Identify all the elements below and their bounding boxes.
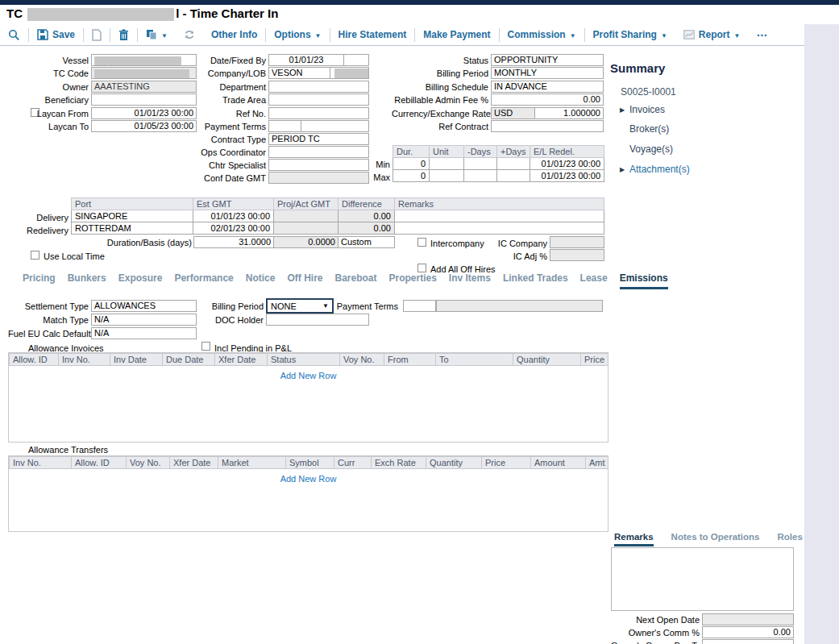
- xfer-col-allow-id: Allow. ID: [72, 456, 127, 469]
- tc-code-label: TC Code: [16, 69, 89, 78]
- summary-attachments-link[interactable]: Attachment(s): [629, 164, 690, 175]
- billing-schedule-field[interactable]: IN ADVANCE: [491, 81, 604, 93]
- other-info-button[interactable]: Other Info: [203, 27, 265, 43]
- remarks-textarea[interactable]: [611, 547, 794, 611]
- ref-no-field[interactable]: [268, 107, 369, 119]
- tab-performance[interactable]: Performance: [174, 272, 233, 289]
- date-fixed-by-field[interactable]: 01/01/23: [268, 54, 344, 66]
- max-el-redel-field[interactable]: 01/01/23 00:00: [530, 170, 604, 182]
- options-menu-button[interactable]: Options▼: [266, 27, 329, 43]
- redelivery-est-gmt-field[interactable]: 02/01/23 00:00: [193, 222, 274, 235]
- lob-field[interactable]: [330, 67, 369, 79]
- expand-triangle-icon[interactable]: ▶: [620, 166, 625, 173]
- report-label: Report: [699, 29, 730, 40]
- summary-voyages-link[interactable]: Voyage(s): [629, 143, 673, 155]
- profit-sharing-menu-button[interactable]: Profit Sharing▼: [585, 27, 675, 43]
- tab-linked-trades[interactable]: Linked Trades: [503, 272, 568, 289]
- status-field[interactable]: OPPORTUNITY: [491, 54, 604, 66]
- summary-brokers-link[interactable]: Broker(s): [629, 123, 669, 135]
- department-field[interactable]: [268, 81, 369, 93]
- beneficiary-label: Beneficiary: [16, 95, 89, 105]
- duration-field[interactable]: 31.0000: [193, 236, 274, 248]
- min-unit-field[interactable]: [430, 158, 464, 170]
- max-dur-field[interactable]: 0: [393, 170, 430, 182]
- fixed-by-field[interactable]: [343, 54, 369, 66]
- doc-holder-field[interactable]: [266, 314, 369, 326]
- rebillable-admin-fee-field[interactable]: 0.00: [491, 93, 604, 106]
- copy-menu-button[interactable]: ▼: [138, 27, 176, 43]
- min-minus-days-field[interactable]: [464, 158, 497, 170]
- tab-inv-items[interactable]: Inv Items: [449, 272, 491, 289]
- trade-area-field[interactable]: [268, 93, 369, 106]
- laycan-to-field[interactable]: 01/05/23 00:00: [91, 120, 197, 132]
- min-dur-field[interactable]: 0: [393, 158, 430, 170]
- owners-comm-field[interactable]: 0.00: [702, 626, 794, 638]
- tab-exposure[interactable]: Exposure: [118, 272, 163, 289]
- use-local-time-checkbox[interactable]: [31, 251, 39, 260]
- ops-coordinator-field[interactable]: [268, 146, 369, 158]
- tab-roles[interactable]: Roles: [778, 532, 803, 546]
- search-button[interactable]: [0, 27, 28, 43]
- tab-pricing[interactable]: Pricing: [23, 272, 56, 289]
- incl-pending-pl-checkbox[interactable]: [201, 342, 210, 351]
- emissions-payment-terms-code-field[interactable]: [403, 300, 436, 312]
- match-type-field[interactable]: N/A: [91, 314, 197, 326]
- delete-button[interactable]: [110, 27, 137, 43]
- ref-contract-field[interactable]: [491, 120, 604, 132]
- tab-bunkers[interactable]: Bunkers: [68, 272, 106, 289]
- min-el-redel-field[interactable]: 01/01/23 00:00: [530, 158, 604, 170]
- billing-period-field[interactable]: MONTHLY: [491, 67, 604, 79]
- tab-lease[interactable]: Lease: [580, 272, 608, 289]
- payment-terms-code-field[interactable]: [268, 120, 301, 132]
- basis-field[interactable]: Custom: [338, 236, 395, 248]
- report-menu-button[interactable]: Report▼: [675, 27, 749, 43]
- more-actions-button[interactable]: ⋯: [748, 27, 775, 43]
- payment-terms-desc-field[interactable]: [301, 120, 369, 132]
- save-button[interactable]: Save: [29, 27, 83, 43]
- redelivery-port-field[interactable]: ROTTERDAM: [71, 222, 193, 235]
- status-label: Status: [392, 56, 488, 65]
- intercompany-checkbox[interactable]: [417, 238, 426, 247]
- commission-menu-button[interactable]: Commission▼: [500, 27, 584, 43]
- laycan-from-field[interactable]: 01/01/23 00:00: [91, 107, 197, 119]
- refresh-button[interactable]: [176, 27, 203, 43]
- delivery-port-field[interactable]: SINGAPORE: [71, 210, 193, 222]
- allowance-transfers-add-new-row-link[interactable]: Add New Row: [280, 474, 337, 484]
- expand-triangle-icon[interactable]: ▶: [620, 106, 625, 114]
- exchange-rate-field[interactable]: 1.000000: [534, 107, 604, 119]
- hire-statement-button[interactable]: Hire Statement: [330, 27, 415, 43]
- add-all-off-hires-checkbox[interactable]: [417, 264, 426, 272]
- chtr-specialist-field[interactable]: [268, 159, 369, 171]
- delivery-remarks-field[interactable]: [395, 210, 604, 222]
- min-plus-days-field[interactable]: [497, 158, 530, 170]
- tab-off-hire[interactable]: Off Hire: [287, 272, 322, 289]
- page-title-prefix: TC: [6, 6, 23, 20]
- max-plus-days-field[interactable]: [497, 170, 530, 182]
- fuel-eu-calc-default-field[interactable]: N/A: [91, 327, 197, 339]
- minmax-max-row: 0 01/01/23 00:00: [393, 170, 604, 182]
- right-scroll-gutter[interactable]: [804, 24, 839, 644]
- tab-emissions[interactable]: Emissions: [620, 272, 668, 289]
- max-minus-days-field[interactable]: [464, 170, 497, 182]
- contract-type-field[interactable]: PERIOD TC: [268, 133, 369, 145]
- owners-comm-pay-to-field[interactable]: [702, 639, 794, 644]
- make-payment-button[interactable]: Make Payment: [415, 27, 498, 43]
- settlement-type-field[interactable]: ALLOWANCES: [91, 300, 197, 312]
- max-unit-field[interactable]: [430, 170, 464, 182]
- new-document-button[interactable]: [84, 27, 110, 43]
- tab-notes-to-operations[interactable]: Notes to Operations: [671, 532, 760, 546]
- tab-remarks[interactable]: Remarks: [614, 532, 654, 546]
- beneficiary-field[interactable]: [91, 93, 197, 106]
- delivery-col-proj-act-gmt: Proj/Act GMT: [274, 197, 339, 210]
- owner-label: Owner: [16, 82, 89, 92]
- redelivery-remarks-field[interactable]: [395, 222, 604, 235]
- company-field[interactable]: VESON: [268, 67, 330, 79]
- vessel-field[interactable]: xxxx: [91, 54, 197, 66]
- allowance-invoices-add-new-row-link[interactable]: Add New Row: [280, 371, 337, 380]
- summary-invoices-link[interactable]: Invoices: [629, 104, 665, 115]
- delivery-est-gmt-field[interactable]: 01/01/23 00:00: [193, 210, 274, 222]
- emissions-billing-period-select[interactable]: NONE ▼: [266, 298, 334, 314]
- tab-bareboat[interactable]: Bareboat: [334, 272, 376, 289]
- tab-notice[interactable]: Notice: [246, 272, 276, 289]
- tab-properties[interactable]: Properties: [389, 272, 437, 289]
